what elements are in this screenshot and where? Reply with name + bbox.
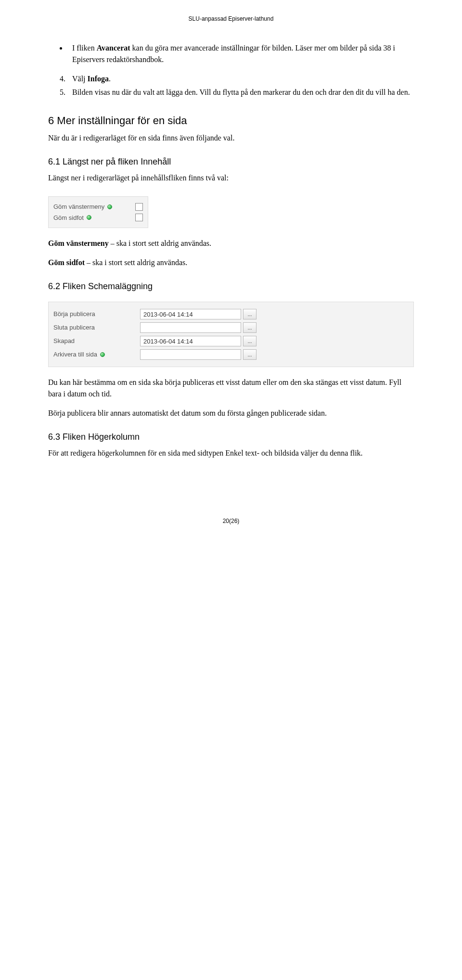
- sched-label-borja: Börja publicera: [53, 309, 140, 319]
- epi-label-vanstermeny: Göm vänstermeny: [53, 202, 126, 212]
- document-header: SLU-anpassad Episerver-lathund: [48, 14, 414, 23]
- para-sched-1: Du kan här bestämma om en sida ska börja…: [48, 377, 414, 400]
- sched-browse-button[interactable]: ...: [243, 322, 257, 333]
- num-bold: Infoga: [88, 75, 109, 83]
- para-sidfot: Göm sidfot – ska i stort sett aldrig anv…: [48, 257, 414, 268]
- epi-row-vanstermeny: Göm vänstermeny: [53, 202, 143, 212]
- para-vanstermeny: Göm vänstermeny – ska i stort sett aldri…: [48, 238, 414, 249]
- epi-label-sidfot: Göm sidfot: [53, 213, 126, 223]
- heading-6-2: 6.2 Fliken Schemaläggning: [48, 280, 414, 293]
- para-sched-2: Börja publicera blir annars automatiskt …: [48, 407, 414, 419]
- epi-screenshot-innehall: Göm vänstermeny Göm sidfot: [48, 196, 148, 228]
- checkbox-vanstermeny[interactable]: [135, 203, 143, 211]
- sched-input-skapad[interactable]: [140, 336, 241, 346]
- numbered-item-4: Välj Infoga.: [67, 73, 414, 85]
- sched-browse-button[interactable]: ...: [243, 349, 257, 360]
- epi-screenshot-schemalaggning: Börja publicera ... Sluta publicera ... …: [48, 302, 414, 367]
- sched-input-sluta[interactable]: [140, 322, 241, 333]
- bullet-text-pre: I fliken: [72, 44, 97, 52]
- sched-row-skapad: Skapad ...: [53, 336, 409, 346]
- sched-input-arkivera[interactable]: [140, 349, 241, 360]
- globe-icon: [87, 215, 91, 220]
- para-6-3: För att redigera högerkolumnen för en si…: [48, 447, 414, 459]
- epi-label-text: Göm vänstermeny: [53, 202, 104, 212]
- numbered-item-5: Bilden visas nu där du valt att lägga de…: [67, 87, 414, 98]
- sched-row-sluta: Sluta publicera ...: [53, 322, 409, 333]
- bullet-list: I fliken Avancerat kan du göra mer avanc…: [67, 42, 414, 65]
- sched-browse-button[interactable]: ...: [243, 309, 257, 319]
- sched-label-sluta: Sluta publicera: [53, 323, 140, 332]
- bullet-item: I fliken Avancerat kan du göra mer avanc…: [67, 42, 414, 65]
- heading-6: 6 Mer inställningar för en sida: [48, 113, 414, 128]
- page-number: 20(26): [48, 517, 414, 525]
- sched-input-borja[interactable]: [140, 309, 241, 319]
- numbered-list: Välj Infoga. Bilden visas nu där du valt…: [67, 73, 414, 98]
- sched-label-arkivera-text: Arkivera till sida: [53, 350, 97, 359]
- heading-6-3: 6.3 Fliken Högerkolumn: [48, 431, 414, 444]
- sched-label-arkivera: Arkivera till sida: [53, 350, 140, 359]
- globe-icon: [107, 204, 112, 209]
- sched-label-skapad: Skapad: [53, 336, 140, 346]
- bullet-bold: Avancerat: [97, 44, 130, 52]
- num-text-pre: Välj: [72, 75, 88, 83]
- epi-row-sidfot: Göm sidfot: [53, 213, 143, 223]
- epi-label-text: Göm sidfot: [53, 213, 84, 223]
- num-text-post: .: [109, 75, 111, 83]
- sched-row-borja: Börja publicera ...: [53, 309, 409, 319]
- bold-sidfot: Göm sidfot: [48, 258, 85, 267]
- text-sidfot-rest: – ska i stort sett aldrig användas.: [85, 258, 187, 267]
- sched-row-arkivera: Arkivera till sida ...: [53, 349, 409, 360]
- para-6-1-intro: Längst ner i redigerarläget på innehålls…: [48, 172, 414, 184]
- globe-icon: [100, 352, 105, 357]
- para-intro-6: När du är i redigerarläget för en sida f…: [48, 132, 414, 144]
- text-vanstermeny-rest: – ska i stort sett aldrig användas.: [109, 239, 211, 247]
- sched-browse-button[interactable]: ...: [243, 336, 257, 346]
- bold-vanstermeny: Göm vänstermeny: [48, 239, 109, 247]
- checkbox-sidfot[interactable]: [135, 214, 143, 221]
- heading-6-1: 6.1 Längst ner på fliken Innehåll: [48, 155, 414, 168]
